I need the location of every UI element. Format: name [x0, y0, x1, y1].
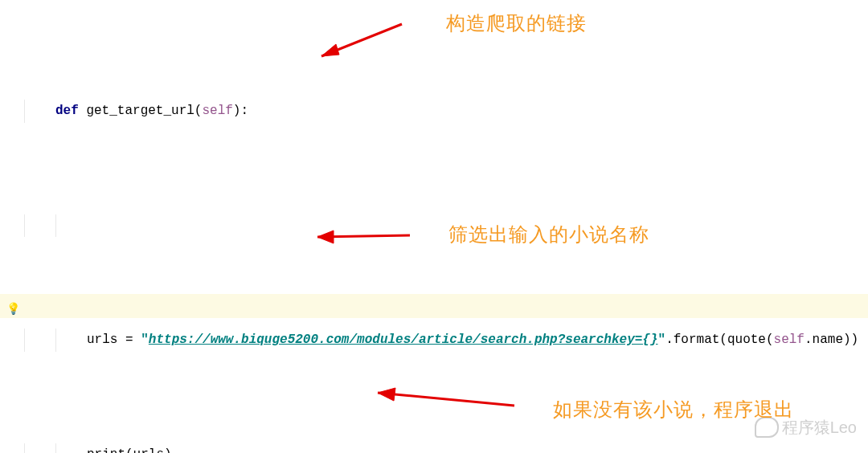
annotation-program-exit: 如果没有该小说，程序退出	[553, 398, 794, 422]
annotation-construct-url: 构造爬取的链接	[446, 12, 587, 35]
annotation-filter-novel-name: 筛选出输入的小说名称	[448, 223, 649, 247]
code-line	[24, 214, 860, 238]
code-line: print(urls)	[24, 443, 860, 454]
svg-marker-1	[321, 44, 339, 56]
svg-marker-5	[378, 388, 395, 401]
arrow-icon	[301, 221, 418, 253]
svg-line-4	[378, 393, 514, 406]
arrow-icon	[362, 382, 522, 414]
svg-marker-3	[317, 231, 334, 243]
arrow-icon	[305, 16, 410, 64]
code-line: def get_target_url(self):	[24, 100, 860, 123]
suggestion-bulb-icon[interactable]: 💡	[6, 298, 19, 311]
code-line: urls = "https://www.biquge5200.com/modul…	[24, 329, 860, 352]
